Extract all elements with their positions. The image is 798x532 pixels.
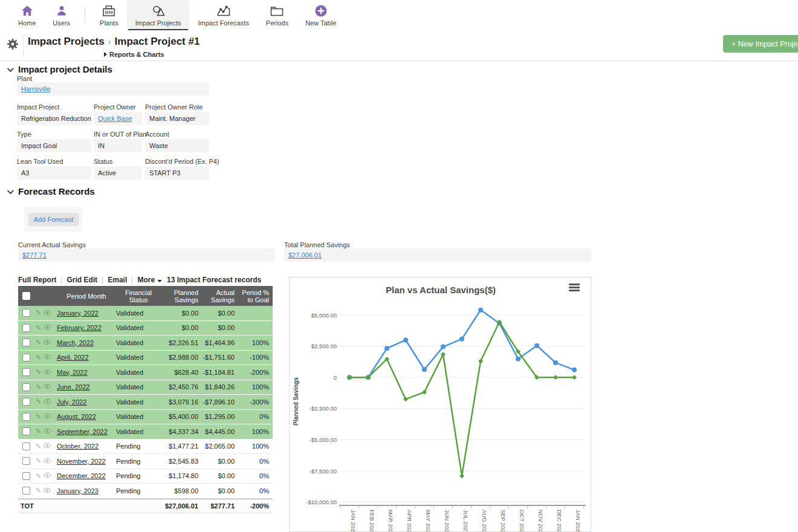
nav-users-label: Users — [53, 19, 70, 27]
nav-impact-projects[interactable]: Impact Projects — [127, 0, 190, 30]
financial-status: Validated — [116, 324, 161, 331]
row-checkbox[interactable] — [22, 427, 30, 435]
edit-pencil-icon[interactable]: ✎ — [36, 369, 41, 375]
period-month-link[interactable]: May, 2022 — [57, 369, 88, 376]
view-eye-icon[interactable] — [44, 354, 51, 361]
financial-status: Validated — [116, 354, 161, 361]
row-checkbox[interactable] — [22, 383, 30, 391]
data-point — [459, 473, 464, 478]
period-month-link[interactable]: September, 2022 — [57, 428, 108, 435]
actual-savings-value: $1,295.00 — [201, 413, 237, 420]
full-report-link[interactable]: Full Report — [18, 276, 56, 284]
new-impact-project-button[interactable]: + New Impact Project — [723, 35, 798, 53]
data-point — [422, 367, 427, 372]
edit-pencil-icon[interactable]: ✎ — [36, 414, 41, 420]
planned-savings-value: $1,174.80 — [161, 472, 201, 479]
details-section-heading[interactable]: Impact project Details — [6, 64, 112, 74]
period-month-link[interactable]: December, 2022 — [57, 472, 106, 479]
period-month-link[interactable]: February, 2022 — [57, 324, 102, 331]
edit-pencil-icon[interactable]: ✎ — [36, 398, 41, 405]
edit-pencil-icon[interactable]: ✎ — [36, 443, 41, 450]
view-eye-icon[interactable] — [44, 339, 51, 346]
view-eye-icon[interactable] — [44, 383, 51, 391]
period-month-link[interactable]: July, 2022 — [57, 398, 86, 406]
period-month-link[interactable]: August, 2022 — [57, 413, 96, 420]
series-line-diamond — [349, 322, 574, 476]
period-month-link[interactable]: January, 2022 — [57, 310, 99, 317]
row-checkbox[interactable] — [22, 487, 30, 495]
edit-pencil-icon[interactable]: ✎ — [36, 354, 41, 361]
nav-new-table[interactable]: New Table — [297, 0, 345, 30]
edit-pencil-icon[interactable]: ✎ — [36, 458, 41, 464]
view-eye-icon[interactable] — [44, 398, 51, 406]
data-point — [534, 343, 539, 348]
email-link[interactable]: Email — [108, 276, 127, 284]
current-actual-savings-value[interactable]: $277.71 — [22, 251, 47, 259]
row-checkbox[interactable] — [22, 443, 30, 450]
view-eye-icon[interactable] — [44, 324, 51, 331]
view-eye-icon[interactable] — [44, 413, 51, 420]
row-checkbox[interactable] — [22, 339, 30, 346]
row-checkbox[interactable] — [22, 309, 30, 317]
select-all-checkbox[interactable] — [22, 292, 30, 300]
total-planned-savings-value[interactable]: $27,006.01 — [288, 251, 322, 259]
period-month-link[interactable]: November, 2022 — [57, 458, 106, 465]
period-month-link[interactable]: March, 2022 — [57, 339, 94, 346]
row-checkbox[interactable] — [22, 413, 30, 421]
view-eye-icon[interactable] — [44, 458, 51, 465]
planned-savings-value: $2,988.00 — [161, 354, 201, 361]
grid-edit-link[interactable]: Grid Edit — [66, 276, 97, 284]
edit-pencil-icon[interactable]: ✎ — [36, 384, 41, 391]
period-month-link[interactable]: January, 2023 — [57, 487, 99, 495]
data-point — [553, 375, 558, 380]
nav-impact-forecasts[interactable]: Impact Forecasts — [189, 0, 257, 30]
field-value-box: A3 — [17, 166, 92, 180]
forecast-section-heading[interactable]: Forecast Records — [6, 186, 95, 196]
period-month-link[interactable]: April, 2022 — [57, 354, 89, 361]
edit-pencil-icon[interactable]: ✎ — [36, 487, 41, 494]
row-checkbox[interactable] — [22, 324, 30, 332]
edit-pencil-icon[interactable]: ✎ — [36, 325, 41, 331]
edit-pencil-icon[interactable]: ✎ — [36, 339, 41, 346]
table-row: ✎February, 2022Validated$0.00$0.00 — [18, 321, 273, 336]
reports-charts-link[interactable]: Reports & Charts — [104, 51, 164, 58]
row-checkbox[interactable] — [22, 368, 30, 376]
planned-savings-value: $0.00 — [161, 310, 201, 317]
row-checkbox[interactable] — [22, 472, 30, 480]
actual-savings-value: -$7,896.10 — [201, 398, 237, 406]
nav-plants[interactable]: Plants — [91, 0, 127, 30]
nav-home[interactable]: Home — [10, 0, 44, 30]
view-eye-icon[interactable] — [44, 472, 51, 479]
total-label: TOT — [18, 502, 57, 510]
view-eye-icon[interactable] — [44, 443, 51, 450]
row-checkbox[interactable] — [22, 398, 30, 406]
field-value-box: Refrigeration Reduction — [17, 112, 92, 125]
field-value-link[interactable]: Quick Base — [98, 115, 132, 122]
nav-users[interactable]: Users — [44, 0, 79, 30]
view-eye-icon[interactable] — [44, 428, 51, 435]
row-checkbox[interactable] — [22, 354, 30, 362]
period-month-link[interactable]: June, 2022 — [57, 383, 89, 391]
gear-icon[interactable] — [6, 37, 19, 51]
field-value-link[interactable]: Harrisville — [21, 85, 50, 92]
add-forecast-button[interactable]: Add Forecast — [28, 213, 79, 226]
chart-menu-button[interactable] — [569, 284, 580, 293]
view-eye-icon[interactable] — [44, 487, 51, 495]
more-menu-button[interactable]: More — [137, 276, 162, 284]
data-point — [478, 358, 483, 363]
planned-savings-value: $598.00 — [161, 487, 201, 495]
planned-savings-value: $3,079.16 — [161, 398, 201, 406]
actual-savings-value: -$1,751.60 — [201, 354, 237, 361]
edit-pencil-icon[interactable]: ✎ — [36, 473, 41, 479]
edit-pencil-icon[interactable]: ✎ — [36, 428, 41, 435]
breadcrumb-impact-projects[interactable]: Impact Projects — [28, 36, 105, 47]
row-checkbox[interactable] — [22, 457, 30, 465]
period-month-link[interactable]: October, 2022 — [57, 443, 99, 450]
financial-status: Pending — [116, 472, 161, 479]
edit-pencil-icon[interactable]: ✎ — [36, 310, 41, 316]
view-eye-icon[interactable] — [44, 369, 51, 376]
y-tick-label: -$7,500.00 — [310, 468, 337, 475]
plan-vs-actual-chart-card: Plan vs Actual Savings($)$5,000.00$2,500… — [289, 277, 591, 532]
view-eye-icon[interactable] — [44, 310, 51, 317]
nav-periods[interactable]: Periods — [258, 0, 297, 30]
